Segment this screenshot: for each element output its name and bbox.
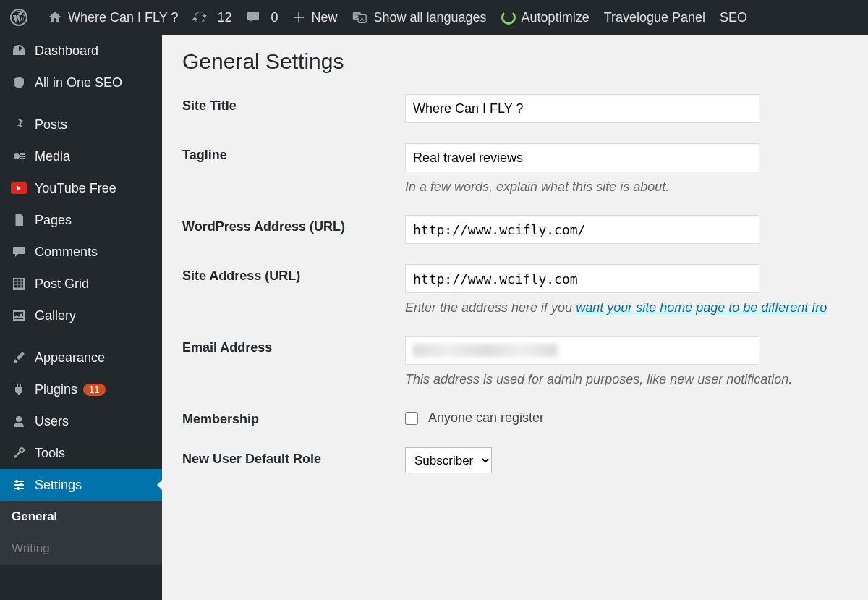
seo-label: SEO xyxy=(720,10,747,25)
brush-icon xyxy=(10,350,27,365)
pin-icon xyxy=(10,117,27,132)
autoptimize-icon xyxy=(501,10,516,25)
sidebar-item-settings[interactable]: Settings xyxy=(0,469,162,501)
comments-count: 0 xyxy=(271,10,278,25)
row-site-url: Site Address (URL) Enter the address her… xyxy=(182,264,848,316)
site-title-input[interactable] xyxy=(405,94,760,123)
shield-icon xyxy=(10,75,27,90)
languages-link[interactable]: 文A Show all languages xyxy=(344,0,493,35)
sidebar-item-postgrid[interactable]: Post Grid xyxy=(0,268,162,300)
sidebar-item-appearance[interactable]: Appearance xyxy=(0,342,162,373)
membership-label: Membership xyxy=(182,407,405,427)
wp-url-label: WordPress Address (URL) xyxy=(182,215,405,234)
row-site-title: Site Title xyxy=(182,94,848,123)
default-role-select[interactable]: Subscriber xyxy=(405,447,492,473)
wp-logo[interactable] xyxy=(6,0,41,35)
sidebar-sub-writing[interactable]: Writing xyxy=(0,533,162,565)
email-input[interactable] xyxy=(405,336,760,365)
row-wp-url: WordPress Address (URL) xyxy=(182,215,848,244)
sidebar-item-posts[interactable]: Posts xyxy=(0,109,162,140)
grid-icon xyxy=(10,276,27,291)
comment-icon xyxy=(10,245,27,259)
row-default-role: New User Default Role Subscriber xyxy=(182,447,848,473)
new-label: New xyxy=(311,10,337,25)
main-content: General Settings Site Title Tagline In a… xyxy=(162,35,868,600)
svg-point-7 xyxy=(16,416,22,422)
membership-checkbox-label[interactable]: Anyone can register xyxy=(405,407,848,426)
site-url-help-link[interactable]: want your site home page to be different… xyxy=(576,300,827,315)
default-role-label: New User Default Role xyxy=(182,447,405,467)
svg-point-8 xyxy=(15,480,18,483)
site-url-description: Enter the address here if you want your … xyxy=(405,300,848,316)
email-description: This address is used for admin purposes,… xyxy=(405,372,848,387)
plug-icon xyxy=(10,382,27,397)
travelogue-link[interactable]: Travelogue Panel xyxy=(597,0,712,35)
page-title: General Settings xyxy=(182,49,848,74)
site-name: Where Can I FLY ? xyxy=(68,10,178,25)
sidebar-sub-general[interactable]: General xyxy=(0,501,162,533)
wrench-icon xyxy=(10,446,27,460)
svg-point-5 xyxy=(14,153,20,159)
sliders-icon xyxy=(10,478,27,492)
svg-point-10 xyxy=(17,487,20,490)
sidebar-item-gallery[interactable]: Gallery xyxy=(0,300,162,331)
sidebar-item-users[interactable]: Users xyxy=(0,405,162,437)
seo-link[interactable]: SEO xyxy=(712,0,754,35)
sidebar-item-pages[interactable]: Pages xyxy=(0,204,162,236)
row-membership: Membership Anyone can register xyxy=(182,407,848,427)
sidebar-item-youtube[interactable]: YouTube Free xyxy=(0,172,162,204)
wp-url-input[interactable] xyxy=(405,215,760,244)
new-content-link[interactable]: New xyxy=(285,0,344,35)
admin-bar: Where Can I FLY ? 12 0 New 文A Show all l… xyxy=(0,0,868,35)
membership-checkbox[interactable] xyxy=(405,412,418,425)
updates-count: 12 xyxy=(217,10,231,25)
plugins-badge: 11 xyxy=(83,384,105,396)
row-email: Email Address This address is used for a… xyxy=(182,336,848,387)
svg-text:文: 文 xyxy=(355,13,360,20)
comments-link[interactable]: 0 xyxy=(239,0,285,35)
sidebar-item-comments[interactable]: Comments xyxy=(0,236,162,268)
svg-point-9 xyxy=(20,483,22,486)
site-url-label: Site Address (URL) xyxy=(182,264,405,284)
youtube-icon xyxy=(10,182,27,194)
tagline-input[interactable] xyxy=(405,143,760,172)
user-icon xyxy=(10,414,27,428)
updates-link[interactable]: 12 xyxy=(185,0,239,35)
sidebar-item-media[interactable]: Media xyxy=(0,140,162,172)
site-url-input[interactable] xyxy=(405,264,760,293)
row-tagline: Tagline In a few words, explain what thi… xyxy=(182,143,848,195)
tagline-description: In a few words, explain what this site i… xyxy=(405,179,848,195)
dashboard-icon xyxy=(10,43,27,58)
gallery-icon xyxy=(10,308,27,323)
tagline-label: Tagline xyxy=(182,143,405,163)
sidebar-item-aioseo[interactable]: All in One SEO xyxy=(0,67,162,98)
svg-text:A: A xyxy=(360,16,364,22)
sidebar-item-tools[interactable]: Tools xyxy=(0,437,162,469)
sidebar-item-dashboard[interactable]: Dashboard xyxy=(0,35,162,67)
admin-sidebar: Dashboard All in One SEO Posts Media You… xyxy=(0,35,162,600)
site-name-link[interactable]: Where Can I FLY ? xyxy=(41,0,185,35)
site-title-label: Site Title xyxy=(182,94,405,114)
media-icon xyxy=(10,149,27,164)
travelogue-label: Travelogue Panel xyxy=(604,10,705,25)
autoptimize-link[interactable]: Autoptimize xyxy=(494,0,597,35)
autoptimize-label: Autoptimize xyxy=(522,10,590,25)
page-icon xyxy=(10,213,27,227)
email-label: Email Address xyxy=(182,336,405,355)
languages-label: Show all languages xyxy=(373,10,486,25)
sidebar-item-plugins[interactable]: Plugins 11 xyxy=(0,373,162,405)
